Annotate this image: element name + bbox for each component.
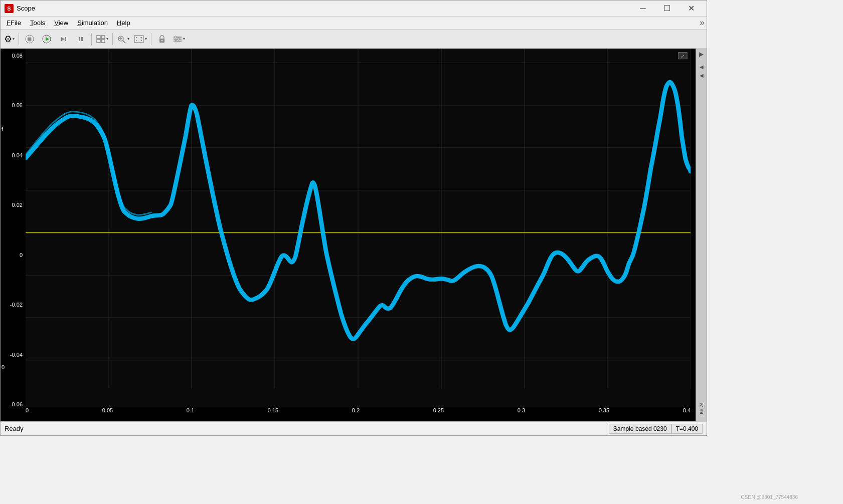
svg-rect-22 bbox=[174, 41, 182, 42]
y-label-0: 0 bbox=[1, 252, 25, 258]
svg-line-14 bbox=[123, 41, 125, 43]
sample-based-badge: Sample based 0230 bbox=[609, 424, 671, 434]
menu-bar: FFile Tools View Simulation Help » bbox=[1, 17, 707, 30]
svg-rect-9 bbox=[97, 36, 100, 39]
right-panel-pan-up[interactable]: ◀ bbox=[698, 63, 705, 70]
y-label-n002: -0.02 bbox=[1, 302, 25, 308]
svg-rect-12 bbox=[101, 40, 105, 43]
svg-rect-6 bbox=[65, 37, 66, 41]
x-label-015: 0.15 bbox=[268, 407, 278, 413]
sep3 bbox=[112, 33, 113, 45]
sep1 bbox=[19, 33, 19, 45]
right-panel-pan-down[interactable]: ◀ bbox=[698, 72, 705, 79]
svg-rect-7 bbox=[79, 37, 80, 41]
y-label-008: 0.08 bbox=[1, 53, 25, 59]
config-button[interactable]: ▾ bbox=[171, 33, 187, 45]
step-button[interactable] bbox=[56, 32, 72, 47]
right-panel: ▶ ◀ ◀ Al Be bbox=[696, 49, 707, 421]
svg-point-19 bbox=[161, 40, 163, 41]
svg-marker-5 bbox=[61, 37, 65, 41]
x-axis-labels: 0 0.05 0.1 0.15 0.2 0.25 0.3 0.35 0.4 bbox=[26, 407, 691, 421]
scroll-indicator: » bbox=[700, 18, 705, 28]
fit-button[interactable]: ▾ bbox=[132, 33, 148, 45]
stop-button[interactable] bbox=[22, 32, 38, 47]
right-panel-label-be: Be bbox=[699, 409, 704, 414]
lock-button[interactable] bbox=[154, 32, 170, 47]
close-button[interactable]: ✕ bbox=[680, 2, 703, 16]
window-controls: ─ ☐ ✕ bbox=[631, 2, 703, 16]
left-edge-label2: 0 bbox=[2, 364, 5, 370]
time-badge: T=0.400 bbox=[671, 424, 703, 434]
menu-help[interactable]: Help bbox=[113, 18, 134, 28]
status-ready: Ready bbox=[5, 425, 24, 432]
x-label-005: 0.05 bbox=[102, 407, 113, 413]
title-bar: S Scope ─ ☐ ✕ bbox=[1, 1, 707, 17]
minimize-button[interactable]: ─ bbox=[631, 2, 654, 16]
status-bar: Ready Sample based 0230 T=0.400 bbox=[1, 421, 707, 435]
settings-button[interactable]: ⚙ ▾ bbox=[3, 32, 16, 46]
watermark: CSDN @2301_77544836 bbox=[741, 494, 798, 500]
svg-point-24 bbox=[178, 38, 180, 40]
y-label-004: 0.04 bbox=[1, 152, 25, 158]
svg-rect-8 bbox=[81, 37, 83, 41]
x-label-020: 0.2 bbox=[352, 407, 360, 413]
menu-simulation[interactable]: Simulation bbox=[73, 18, 112, 28]
chart-svg: ⤢ bbox=[26, 49, 691, 407]
zoom-button[interactable]: ▾ bbox=[115, 33, 131, 45]
y-label-n006: -0.06 bbox=[1, 401, 25, 407]
layout-button[interactable]: ▾ bbox=[94, 33, 110, 45]
svg-rect-17 bbox=[134, 36, 143, 43]
sep2 bbox=[91, 33, 92, 45]
toolbar: ⚙ ▾ bbox=[1, 30, 707, 49]
left-edge-label: f bbox=[2, 126, 3, 132]
right-panel-arrow-right[interactable]: ▶ bbox=[698, 51, 705, 58]
main-content: 0.08 0.06 0.04 0.02 0 -0.02 -0.04 -0.06 bbox=[1, 49, 707, 421]
svg-point-25 bbox=[175, 40, 177, 42]
menu-file[interactable]: FFile bbox=[3, 18, 25, 28]
svg-point-23 bbox=[175, 36, 177, 38]
pause-button[interactable] bbox=[73, 32, 89, 47]
app-icon: S bbox=[5, 4, 14, 13]
maximize-button[interactable]: ☐ bbox=[655, 2, 679, 16]
x-label-010: 0.1 bbox=[187, 407, 194, 413]
svg-text:⤢: ⤢ bbox=[681, 53, 685, 59]
sep4 bbox=[151, 33, 151, 45]
plot-region: 0.08 0.06 0.04 0.02 0 -0.02 -0.04 -0.06 bbox=[1, 49, 696, 421]
status-right: Sample based 0230 T=0.400 bbox=[609, 424, 703, 434]
y-label-002: 0.02 bbox=[1, 202, 25, 208]
main-window: S Scope ─ ☐ ✕ FFile Tools View Simulatio… bbox=[0, 0, 707, 436]
x-label-0: 0 bbox=[26, 407, 29, 413]
x-label-025: 0.25 bbox=[433, 407, 444, 413]
x-label-030: 0.3 bbox=[518, 407, 525, 413]
menu-tools[interactable]: Tools bbox=[26, 18, 49, 28]
play-button[interactable] bbox=[39, 32, 55, 47]
x-label-040: 0.4 bbox=[683, 407, 691, 413]
x-label-035: 0.35 bbox=[599, 407, 609, 413]
svg-rect-11 bbox=[97, 40, 100, 43]
svg-rect-10 bbox=[101, 36, 105, 39]
y-label-006: 0.06 bbox=[1, 102, 25, 108]
y-label-n004: -0.04 bbox=[1, 352, 25, 358]
menu-view[interactable]: View bbox=[50, 18, 72, 28]
right-panel-label-al: Al bbox=[699, 403, 704, 407]
window-title: Scope bbox=[17, 5, 631, 12]
